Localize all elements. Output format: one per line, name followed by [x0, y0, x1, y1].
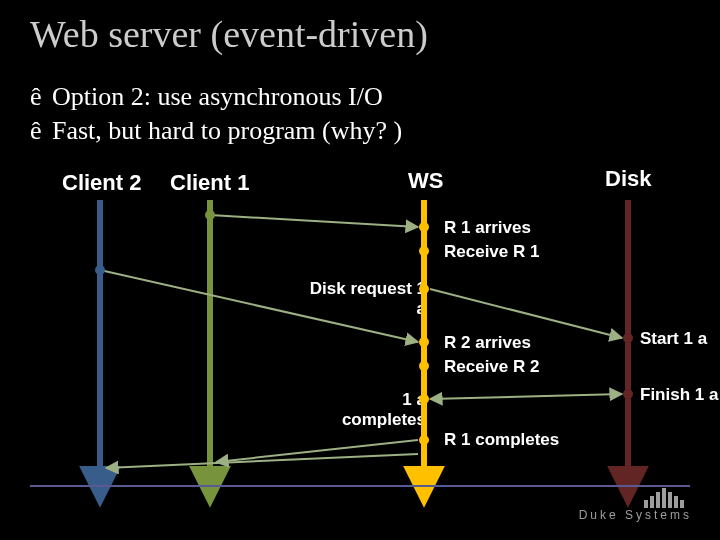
- svg-point-14: [419, 361, 429, 371]
- svg-point-16: [419, 435, 429, 445]
- svg-point-13: [419, 337, 429, 347]
- svg-rect-26: [674, 496, 678, 508]
- svg-rect-21: [644, 500, 648, 508]
- svg-rect-25: [668, 492, 672, 508]
- svg-point-11: [419, 246, 429, 256]
- svg-point-15: [419, 394, 429, 404]
- svg-rect-27: [680, 500, 684, 508]
- sequence-diagram: [0, 0, 720, 540]
- svg-line-6: [430, 289, 622, 338]
- svg-rect-22: [650, 496, 654, 508]
- svg-point-12: [419, 284, 429, 294]
- svg-point-10: [419, 222, 429, 232]
- svg-rect-24: [662, 488, 666, 508]
- svg-rect-23: [656, 492, 660, 508]
- svg-point-17: [623, 333, 633, 343]
- svg-point-19: [205, 210, 215, 220]
- svg-line-7: [430, 394, 622, 399]
- svg-point-20: [95, 265, 105, 275]
- branding: Duke Systems: [579, 486, 692, 522]
- svg-line-5: [100, 270, 418, 342]
- svg-line-4: [210, 215, 418, 227]
- svg-point-18: [623, 389, 633, 399]
